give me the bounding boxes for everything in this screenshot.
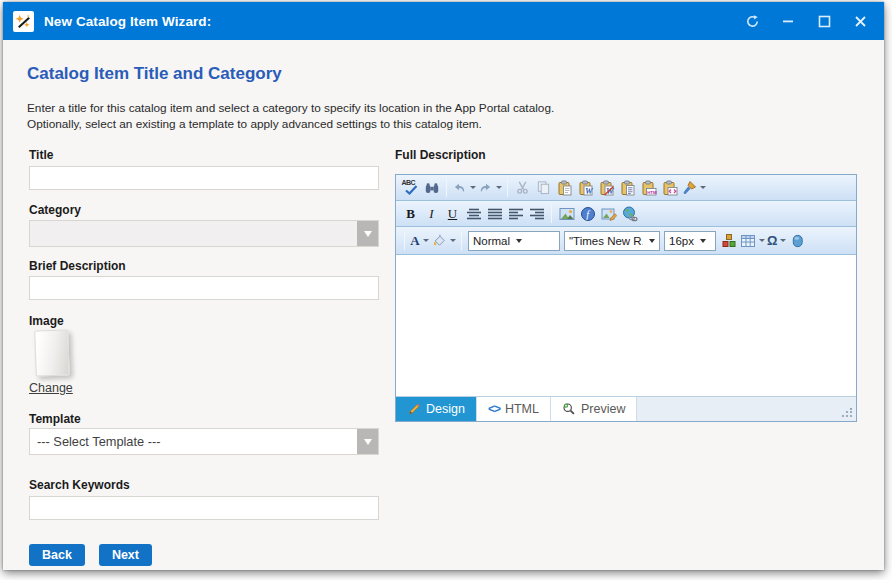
instructions: Enter a title for this catalog item and … bbox=[27, 101, 554, 132]
form-column: Title Category Brief Description Image C… bbox=[29, 148, 379, 566]
chevron-down-icon bbox=[450, 239, 456, 242]
refresh-button[interactable] bbox=[737, 8, 767, 34]
category-value bbox=[30, 221, 357, 246]
tab-design[interactable]: Design bbox=[396, 397, 477, 421]
paste-special-button[interactable] bbox=[659, 177, 680, 198]
align-right-button[interactable] bbox=[526, 203, 547, 224]
tab-design-label: Design bbox=[426, 402, 465, 416]
chevron-down-icon bbox=[700, 186, 706, 189]
font-family-select[interactable]: "Times New R... bbox=[564, 231, 660, 251]
tab-preview[interactable]: Preview bbox=[551, 397, 637, 421]
chevron-down-icon bbox=[470, 186, 476, 189]
template-label: Template bbox=[29, 412, 379, 426]
undo-icon bbox=[452, 180, 467, 195]
chevron-down-icon bbox=[496, 186, 502, 189]
insert-image-button[interactable] bbox=[556, 203, 577, 224]
font-family-value: "Times New R... bbox=[569, 235, 643, 247]
paragraph-style-select[interactable]: Normal bbox=[468, 231, 560, 251]
media-manager-button[interactable] bbox=[787, 230, 808, 251]
page-title: Catalog Item Title and Category bbox=[27, 64, 282, 84]
next-button[interactable]: Next bbox=[99, 544, 152, 566]
category-dropdown-arrow[interactable] bbox=[357, 221, 378, 246]
underline-button[interactable]: U bbox=[442, 203, 463, 224]
format-painter-button[interactable] bbox=[680, 177, 707, 198]
special-character-button[interactable]: Ω bbox=[766, 230, 787, 251]
minimize-button[interactable] bbox=[773, 8, 803, 34]
close-button[interactable] bbox=[845, 8, 875, 34]
template-dropdown[interactable]: --- Select Template --- bbox=[29, 428, 379, 455]
image-editor-button[interactable] bbox=[598, 203, 619, 224]
title-bar[interactable]: New Catalog Item Wizard: bbox=[3, 2, 884, 40]
preview-magnifier-icon bbox=[562, 402, 576, 416]
flash-icon: f bbox=[580, 206, 596, 222]
full-description-label: Full Description bbox=[395, 148, 857, 162]
tab-html[interactable]: <> HTML bbox=[477, 397, 551, 421]
template-dropdown-arrow[interactable] bbox=[357, 429, 378, 454]
insert-flash-button[interactable]: f bbox=[577, 203, 598, 224]
paste-plain-text-button[interactable] bbox=[617, 177, 638, 198]
paste-from-word-clean-button[interactable]: W bbox=[596, 177, 617, 198]
image-label: Image bbox=[29, 314, 379, 328]
search-keywords-input[interactable] bbox=[29, 496, 379, 520]
align-left-button[interactable] bbox=[505, 203, 526, 224]
image-edit-icon bbox=[601, 206, 617, 222]
scissors-icon bbox=[515, 180, 530, 195]
italic-icon: I bbox=[429, 206, 433, 222]
wizard-window: New Catalog Item Wizard: bbox=[3, 2, 884, 570]
align-center-button[interactable] bbox=[463, 203, 484, 224]
instructions-line1: Enter a title for this catalog item and … bbox=[27, 101, 554, 117]
title-input[interactable] bbox=[29, 166, 379, 190]
maximize-button[interactable] bbox=[809, 8, 839, 34]
brief-description-input[interactable] bbox=[29, 276, 379, 300]
redo-button[interactable] bbox=[477, 177, 503, 198]
svg-text:W: W bbox=[585, 185, 594, 195]
change-image-link[interactable]: Change bbox=[29, 381, 73, 395]
editor-content-area[interactable] bbox=[396, 255, 856, 397]
spellcheck-icon: ABC bbox=[402, 180, 420, 196]
copy-button[interactable] bbox=[533, 177, 554, 198]
paste-from-word-button[interactable]: W bbox=[575, 177, 596, 198]
editor-resize-grip[interactable] bbox=[841, 404, 853, 422]
align-justify-icon bbox=[488, 208, 502, 220]
insert-module-button[interactable] bbox=[718, 230, 739, 251]
catalog-item-image bbox=[34, 329, 70, 376]
editor-toolbar-row3: A Normal bbox=[396, 227, 856, 255]
undo-button[interactable] bbox=[451, 177, 477, 198]
bold-icon: B bbox=[406, 206, 415, 222]
highlight-color-button[interactable] bbox=[430, 230, 457, 251]
font-color-icon: A bbox=[410, 233, 419, 249]
redo-icon bbox=[478, 180, 493, 195]
find-button[interactable] bbox=[421, 177, 442, 198]
chevron-down-icon bbox=[649, 239, 655, 243]
cut-button[interactable] bbox=[512, 177, 533, 198]
align-left-icon bbox=[509, 208, 523, 220]
paste-button[interactable] bbox=[554, 177, 575, 198]
font-color-button[interactable]: A bbox=[409, 230, 430, 251]
paste-plain-text-icon bbox=[620, 180, 636, 196]
pencil-icon bbox=[407, 402, 421, 416]
font-size-select[interactable]: 16px bbox=[664, 231, 716, 251]
chevron-down-icon bbox=[780, 239, 786, 242]
hyperlink-button[interactable] bbox=[619, 203, 640, 224]
align-justify-button[interactable] bbox=[484, 203, 505, 224]
window-title: New Catalog Item Wizard: bbox=[44, 14, 737, 29]
svg-text:HTML: HTML bbox=[647, 189, 657, 194]
toolbar-separator bbox=[461, 232, 462, 250]
back-button[interactable]: Back bbox=[29, 544, 85, 566]
paragraph-style-value: Normal bbox=[473, 235, 510, 247]
bold-button[interactable]: B bbox=[400, 203, 421, 224]
insert-table-button[interactable] bbox=[739, 230, 766, 251]
font-size-value: 16px bbox=[669, 235, 694, 247]
spellcheck-button[interactable]: ABC bbox=[400, 177, 421, 198]
toolbar-separator bbox=[507, 179, 508, 197]
paste-html-button[interactable]: HTML bbox=[638, 177, 659, 198]
hyperlink-globe-icon bbox=[622, 206, 638, 222]
title-label: Title bbox=[29, 148, 379, 162]
code-icon: <> bbox=[488, 402, 500, 416]
image-icon bbox=[559, 206, 575, 222]
italic-button[interactable]: I bbox=[421, 203, 442, 224]
align-center-icon bbox=[467, 208, 481, 220]
align-right-icon bbox=[530, 208, 544, 220]
category-dropdown[interactable] bbox=[29, 220, 379, 247]
copy-icon bbox=[536, 180, 551, 195]
